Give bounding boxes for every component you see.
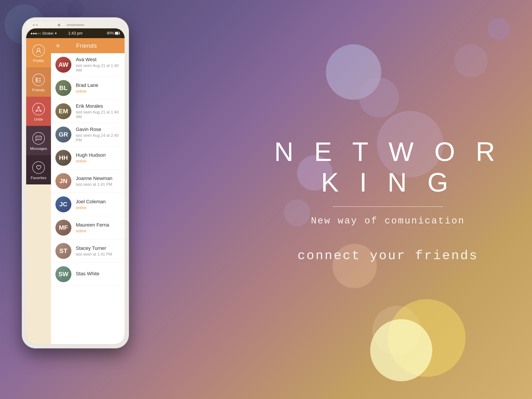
- friend-name: Stas White: [76, 271, 120, 277]
- friend-info: Joel Colemanonline: [76, 199, 120, 210]
- unite-label: Unite: [34, 117, 43, 121]
- unite-icon: [32, 103, 45, 115]
- sidebar-item-profile[interactable]: Profile: [26, 38, 51, 67]
- friend-status: last seen Aug 24 at 2:40 PM: [76, 133, 120, 143]
- friend-name: Brad Lane: [76, 82, 120, 88]
- svg-point-4: [36, 78, 37, 79]
- svg-point-3: [37, 48, 40, 51]
- friend-avatar: MF: [55, 220, 71, 236]
- messages-label: Messages: [30, 147, 47, 151]
- svg-point-6: [36, 80, 37, 81]
- phone-device: ●●●○○ Strokei ✦ 1:43 pm 80%: [22, 18, 129, 348]
- sidebar-item-friends[interactable]: Friends: [26, 67, 51, 97]
- friend-status: online: [76, 89, 120, 94]
- friend-avatar: ST: [55, 243, 71, 259]
- phone-camera: [58, 24, 60, 26]
- sidebar-item-messages[interactable]: Messages: [26, 126, 51, 155]
- friend-list-item[interactable]: EMErik Moraleslast seen Aug 21 at 1:40 A…: [51, 100, 125, 123]
- profile-icon: [32, 44, 45, 57]
- phone-speaker: [66, 24, 84, 26]
- friend-info: Maureen Fernaonline: [76, 222, 120, 234]
- svg-rect-1: [119, 32, 120, 34]
- friend-list-item[interactable]: JCJoel Colemanonline: [51, 193, 125, 216]
- battery-icon: [115, 32, 120, 35]
- friend-avatar: BL: [55, 80, 71, 96]
- friend-name: Maureen Ferna: [76, 222, 120, 228]
- friend-avatar: SW: [55, 266, 71, 282]
- friend-status: last seen at 1:41 PM: [76, 252, 120, 257]
- friend-list-item[interactable]: MFMaureen Fernaonline: [51, 216, 125, 239]
- friend-list-item[interactable]: HHHugh Hudsononline: [51, 146, 125, 170]
- friend-list-item[interactable]: BLBrad Laneonline: [51, 76, 125, 100]
- svg-line-14: [38, 108, 40, 110]
- triangle-icon: [35, 106, 42, 112]
- friend-avatar: JN: [55, 173, 71, 189]
- svg-point-10: [38, 107, 39, 108]
- friend-status: online: [76, 229, 120, 234]
- friends-header-title: Friends: [64, 42, 109, 49]
- phone-dot: [33, 24, 35, 26]
- friends-list: AWAva Westlast seen Aug 21 at 1:40 AMBLB…: [51, 53, 125, 344]
- friend-avatar: HH: [55, 150, 71, 166]
- person-icon: [35, 47, 42, 54]
- phone-content: Profile: [26, 38, 125, 344]
- friend-list-item[interactable]: SWStas White: [51, 263, 125, 286]
- friend-status: online: [76, 205, 120, 210]
- friend-avatar: JC: [55, 196, 71, 212]
- friend-avatar: AW: [55, 57, 71, 73]
- phone-top-bar: [26, 22, 125, 28]
- friend-name: Joanne Newman: [76, 176, 120, 181]
- svg-rect-2: [115, 32, 118, 34]
- profile-label: Profile: [33, 59, 44, 63]
- svg-point-8: [36, 81, 37, 82]
- phone-dot: [36, 24, 38, 26]
- status-time: 1:43 pm: [68, 31, 82, 36]
- status-battery: 80%: [107, 31, 120, 35]
- title-divider: [332, 206, 443, 207]
- friend-avatar: GR: [55, 127, 71, 143]
- hamburger-button[interactable]: ≡: [56, 42, 60, 49]
- svg-point-18: [39, 138, 40, 138]
- friend-info: Stacey Turnerlast seen at 1:41 PM: [76, 245, 120, 257]
- favorites-label: Favorites: [31, 176, 46, 180]
- friend-info: Ava Westlast seen Aug 21 at 1:40 AM: [76, 57, 120, 73]
- sidebar-item-favorites[interactable]: Favorites: [26, 155, 51, 184]
- friend-list-item[interactable]: AWAva Westlast seen Aug 21 at 1:40 AM: [51, 53, 125, 76]
- friend-name: Joel Coleman: [76, 199, 120, 205]
- subtitle-text: New way of comunication: [311, 216, 465, 226]
- sidebar-item-unite[interactable]: Unite: [26, 97, 51, 126]
- list-icon: [35, 77, 42, 82]
- heart-icon: [35, 165, 42, 171]
- messages-icon: [32, 132, 45, 145]
- friend-name: Ava West: [76, 57, 120, 63]
- friend-info: Brad Laneonline: [76, 82, 120, 94]
- friend-list-item[interactable]: GRGavin Roselast seen Aug 24 at 2:40 PM: [51, 123, 125, 146]
- friend-info: Hugh Hudsononline: [76, 152, 120, 164]
- friend-status: last seen Aug 21 at 1:40 AM: [76, 63, 120, 73]
- friend-status: last seen at 1:41 PM: [76, 182, 120, 187]
- friend-list-item[interactable]: STStacey Turnerlast seen at 1:41 PM: [51, 239, 125, 263]
- svg-point-17: [38, 138, 39, 138]
- friend-avatar: EM: [55, 103, 71, 119]
- sidebar: Profile: [26, 38, 51, 344]
- main-content: ≡ Friends AWAva Westlast seen Aug 21 at …: [51, 38, 125, 344]
- friend-list-item[interactable]: JNJoanne Newmanlast seen at 1:41 PM: [51, 170, 125, 193]
- connect-text: connect your friends: [298, 248, 478, 263]
- friend-name: Erik Morales: [76, 103, 120, 109]
- svg-point-12: [40, 110, 41, 112]
- friend-info: Stas White: [76, 271, 120, 278]
- friends-label: Friends: [32, 88, 45, 92]
- phone-dots: [33, 24, 38, 26]
- phone-screen: ●●●○○ Strokei ✦ 1:43 pm 80%: [26, 28, 125, 344]
- friend-info: Erik Moraleslast seen Aug 21 at 1:40 AM: [76, 103, 120, 119]
- right-panel: N E T W O R K I N G New way of comunicat…: [244, 0, 532, 399]
- friends-header: ≡ Friends: [51, 38, 125, 53]
- status-bar: ●●●○○ Strokei ✦ 1:43 pm 80%: [26, 28, 125, 38]
- phone-outer-shell: ●●●○○ Strokei ✦ 1:43 pm 80%: [22, 18, 129, 348]
- status-carrier: ●●●○○ Strokei ✦: [31, 31, 57, 35]
- friend-status: online: [76, 159, 120, 164]
- svg-line-13: [37, 108, 38, 110]
- friends-icon: [32, 74, 45, 86]
- friend-status: last seen Aug 21 at 1:40 AM: [76, 110, 120, 119]
- friend-name: Hugh Hudson: [76, 152, 120, 158]
